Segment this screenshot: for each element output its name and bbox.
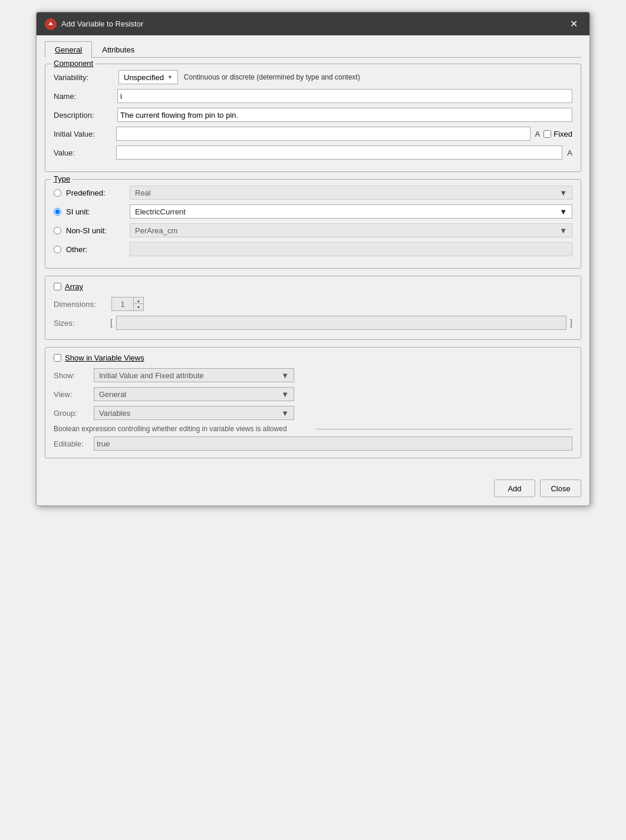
predefined-row: Predefined: Real ▼ bbox=[54, 186, 572, 200]
dialog-footer: Add Close bbox=[37, 474, 589, 505]
variability-dropdown[interactable]: Unspecified ▼ bbox=[118, 70, 178, 84]
sizes-label: Sizes: bbox=[54, 319, 107, 328]
value-label: Value: bbox=[54, 148, 113, 157]
boolean-text: Boolean expression controlling whether e… bbox=[54, 425, 311, 433]
view-sub-row: View: General ▼ bbox=[54, 387, 572, 401]
dimensions-label: Dimensions: bbox=[54, 300, 107, 309]
spinner-up-button[interactable]: ▲ bbox=[134, 297, 143, 304]
array-label-row: Array bbox=[54, 282, 572, 291]
array-label: Array bbox=[65, 282, 83, 291]
other-radio[interactable] bbox=[54, 246, 61, 253]
type-section: Type Predefined: Real ▼ SI unit: Electri… bbox=[45, 179, 581, 269]
description-row: Description: bbox=[54, 108, 572, 122]
title-bar: Add Variable to Resistor ✕ bbox=[37, 12, 589, 35]
non-si-unit-dropdown: PerArea_cm ▼ bbox=[130, 223, 572, 237]
dialog-title: Add Variable to Resistor bbox=[61, 19, 143, 28]
dimensions-input[interactable] bbox=[112, 297, 133, 310]
si-unit-dropdown-arrow: ▼ bbox=[559, 207, 567, 216]
editable-row: Editable: bbox=[54, 436, 572, 451]
non-si-unit-row: Non-SI unit: PerArea_cm ▼ bbox=[54, 223, 572, 237]
show-dropdown[interactable]: Initial Value and Fixed attribute ▼ bbox=[94, 368, 294, 382]
tabs-container: General Attributes bbox=[45, 41, 581, 58]
close-button[interactable]: Close bbox=[540, 479, 581, 497]
group-dropdown-arrow: ▼ bbox=[281, 409, 289, 418]
dialog-body: General Attributes Component Variability… bbox=[37, 35, 589, 474]
sizes-input[interactable] bbox=[116, 316, 566, 330]
other-input[interactable] bbox=[130, 242, 572, 256]
editable-input[interactable] bbox=[94, 436, 572, 451]
initial-value-input[interactable] bbox=[116, 127, 531, 141]
boolean-row: Boolean expression controlling whether e… bbox=[54, 425, 572, 433]
description-input[interactable] bbox=[117, 108, 572, 122]
tab-attributes[interactable]: Attributes bbox=[92, 41, 144, 58]
other-label: Other: bbox=[66, 245, 125, 254]
si-unit-label: SI unit: bbox=[66, 207, 125, 216]
non-si-unit-radio[interactable] bbox=[54, 227, 61, 234]
show-sub-label: Show: bbox=[54, 371, 89, 380]
initial-value-label: Initial Value: bbox=[54, 130, 113, 138]
spinner-down-button[interactable]: ▼ bbox=[134, 304, 143, 310]
type-legend: Type bbox=[51, 174, 73, 183]
group-sub-row: Group: Variables ▼ bbox=[54, 406, 572, 420]
non-si-unit-label: Non-SI unit: bbox=[66, 226, 125, 235]
description-label: Description: bbox=[54, 111, 113, 120]
variability-hint: Continuous or discrete (determined by ty… bbox=[184, 73, 360, 81]
array-checkbox[interactable] bbox=[54, 283, 61, 290]
variability-label: Variability: bbox=[54, 73, 113, 82]
fixed-label: Fixed bbox=[553, 130, 572, 138]
predefined-radio[interactable] bbox=[54, 189, 61, 197]
non-si-unit-dropdown-arrow: ▼ bbox=[559, 226, 567, 235]
show-sub-row: Show: Initial Value and Fixed attribute … bbox=[54, 368, 572, 382]
si-unit-radio[interactable] bbox=[54, 208, 61, 216]
initial-value-row: Initial Value: A Fixed bbox=[54, 127, 572, 141]
other-row: Other: bbox=[54, 242, 572, 256]
close-bracket: ] bbox=[570, 318, 572, 328]
view-dropdown[interactable]: General ▼ bbox=[94, 387, 294, 401]
show-views-label: Show in Variable Views bbox=[65, 353, 144, 362]
spinner-arrows: ▲ ▼ bbox=[133, 297, 143, 310]
component-legend: Component bbox=[51, 59, 95, 68]
component-section: Component Variability: Unspecified ▼ Con… bbox=[45, 64, 581, 172]
show-views-row: Show in Variable Views bbox=[54, 353, 572, 362]
title-bar-left: Add Variable to Resistor bbox=[45, 18, 143, 30]
view-sub-label: View: bbox=[54, 390, 89, 399]
view-dropdown-arrow: ▼ bbox=[281, 390, 289, 399]
show-dropdown-arrow: ▼ bbox=[281, 371, 289, 380]
title-bar-close-button[interactable]: ✕ bbox=[566, 17, 581, 31]
name-row: Name: bbox=[54, 89, 572, 103]
value-unit: A bbox=[567, 148, 572, 157]
variability-dropdown-arrow: ▼ bbox=[167, 74, 173, 80]
boolean-line bbox=[315, 429, 572, 429]
show-views-checkbox[interactable] bbox=[54, 354, 61, 362]
fixed-checkbox[interactable] bbox=[543, 130, 551, 138]
array-section: Array Dimensions: ▲ ▼ Sizes: [ ] bbox=[45, 276, 581, 340]
editable-label: Editable: bbox=[54, 439, 89, 448]
group-dropdown[interactable]: Variables ▼ bbox=[94, 406, 294, 420]
predefined-dropdown-arrow: ▼ bbox=[559, 188, 567, 197]
dialog-window: Add Variable to Resistor ✕ General Attri… bbox=[36, 12, 590, 506]
add-button[interactable]: Add bbox=[494, 479, 535, 497]
group-sub-label: Group: bbox=[54, 409, 89, 418]
open-bracket: [ bbox=[110, 318, 113, 328]
show-in-variable-views-section: Show in Variable Views Show: Initial Val… bbox=[45, 347, 581, 458]
sizes-row: Sizes: [ ] bbox=[54, 316, 572, 330]
variability-row: Variability: Unspecified ▼ Continuous or… bbox=[54, 70, 572, 84]
dimensions-spinner: ▲ ▼ bbox=[111, 297, 144, 311]
value-row: Value: A bbox=[54, 145, 572, 160]
predefined-label: Predefined: bbox=[66, 188, 125, 197]
si-unit-row: SI unit: ElectricCurrent ▼ bbox=[54, 204, 572, 219]
value-input[interactable] bbox=[116, 145, 562, 160]
app-icon bbox=[45, 18, 57, 30]
predefined-dropdown: Real ▼ bbox=[130, 186, 572, 200]
name-input[interactable] bbox=[117, 89, 572, 103]
dimensions-row: Dimensions: ▲ ▼ bbox=[54, 297, 572, 311]
fixed-checkbox-wrap: Fixed bbox=[543, 130, 572, 138]
tab-general[interactable]: General bbox=[45, 41, 92, 58]
initial-value-unit: A bbox=[535, 130, 541, 138]
si-unit-dropdown[interactable]: ElectricCurrent ▼ bbox=[130, 204, 572, 219]
name-label: Name: bbox=[54, 92, 113, 101]
